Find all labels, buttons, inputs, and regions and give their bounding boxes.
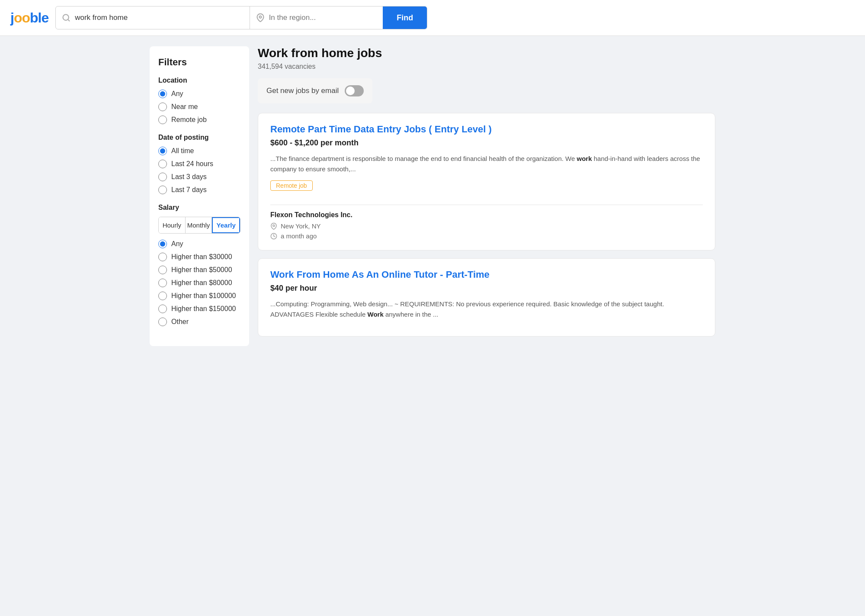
location-filter: Location Any Near me Remote job bbox=[158, 77, 240, 124]
job-desc-2: ...Computing: Programming, Web design...… bbox=[270, 299, 703, 320]
salary-50k[interactable]: Higher than $50000 bbox=[158, 266, 240, 274]
salary-100k[interactable]: Higher than $100000 bbox=[158, 292, 240, 300]
location-icon bbox=[256, 13, 265, 22]
svg-point-3 bbox=[273, 225, 275, 226]
sidebar: Filters Location Any Near me Remote job … bbox=[150, 46, 249, 346]
date-7d-radio[interactable] bbox=[158, 186, 167, 194]
location-input-wrap bbox=[250, 6, 383, 29]
location-remote-label: Remote job bbox=[171, 116, 207, 124]
salary-30k[interactable]: Higher than $30000 bbox=[158, 253, 240, 261]
salary-other[interactable]: Other bbox=[158, 318, 240, 326]
date-7d-label: Last 7 days bbox=[171, 186, 207, 194]
salary-filter: Salary Hourly Monthly Yearly Any Higher … bbox=[158, 204, 240, 326]
salary-100k-radio[interactable] bbox=[158, 292, 167, 300]
logo: jooble bbox=[10, 10, 48, 26]
location-near-radio[interactable] bbox=[158, 103, 167, 111]
clock-icon-1 bbox=[270, 233, 277, 240]
job-card-2: Work From Home As An Online Tutor - Part… bbox=[258, 258, 715, 337]
salary-100k-label: Higher than $100000 bbox=[171, 292, 236, 300]
content-area: Work from home jobs 341,594 vacancies Ge… bbox=[258, 46, 715, 346]
date-last-3d[interactable]: Last 3 days bbox=[158, 173, 240, 181]
salary-50k-label: Higher than $50000 bbox=[171, 266, 232, 274]
salary-any-label: Any bbox=[171, 240, 183, 248]
location-pin-icon-1 bbox=[270, 223, 277, 230]
date-24h-radio[interactable] bbox=[158, 160, 167, 168]
salary-tabs: Hourly Monthly Yearly bbox=[158, 217, 240, 234]
date-3d-radio[interactable] bbox=[158, 173, 167, 181]
email-alert-toggle[interactable] bbox=[345, 85, 364, 96]
date-filter: Date of posting All time Last 24 hours L… bbox=[158, 134, 240, 194]
email-alert-label: Get new jobs by email bbox=[266, 87, 339, 95]
salary-any-radio[interactable] bbox=[158, 240, 167, 248]
salary-section-title: Salary bbox=[158, 204, 240, 212]
job-posted-1: a month ago bbox=[270, 232, 703, 240]
location-input[interactable] bbox=[269, 13, 377, 22]
main-layout: Filters Location Any Near me Remote job … bbox=[143, 36, 722, 356]
salary-80k-label: Higher than $80000 bbox=[171, 279, 232, 287]
salary-50k-radio[interactable] bbox=[158, 266, 167, 274]
date-last-24h[interactable]: Last 24 hours bbox=[158, 160, 240, 168]
job-company-1: Flexon Technologies Inc. bbox=[270, 211, 703, 219]
salary-any[interactable]: Any bbox=[158, 240, 240, 248]
location-remote-radio[interactable] bbox=[158, 116, 167, 124]
job-location-text-1: New York, NY bbox=[281, 222, 321, 230]
date-all-radio[interactable] bbox=[158, 147, 167, 155]
find-button[interactable]: Find bbox=[383, 6, 427, 29]
salary-150k-label: Higher than $150000 bbox=[171, 305, 236, 313]
salary-30k-radio[interactable] bbox=[158, 253, 167, 261]
page-title: Work from home jobs bbox=[258, 46, 715, 60]
location-near-label: Near me bbox=[171, 103, 198, 111]
email-alert-box: Get new jobs by email bbox=[258, 78, 372, 103]
location-any-label: Any bbox=[171, 90, 183, 98]
svg-point-2 bbox=[259, 16, 261, 18]
location-section-title: Location bbox=[158, 77, 240, 84]
location-any[interactable]: Any bbox=[158, 90, 240, 98]
sidebar-title: Filters bbox=[158, 57, 240, 68]
job-salary-2: $40 per hour bbox=[270, 284, 703, 293]
date-last-7d[interactable]: Last 7 days bbox=[158, 186, 240, 194]
job-salary-1: $600 - $1,200 per month bbox=[270, 138, 703, 148]
job-desc-1: ...The finance department is responsible… bbox=[270, 154, 703, 174]
job-posted-text-1: a month ago bbox=[281, 232, 317, 240]
job-title-link-1[interactable]: Remote Part Time Data Entry Jobs ( Entry… bbox=[270, 124, 703, 135]
job-title-link-2[interactable]: Work From Home As An Online Tutor - Part… bbox=[270, 269, 703, 280]
salary-30k-label: Higher than $30000 bbox=[171, 253, 232, 261]
job-location-1: New York, NY bbox=[270, 222, 703, 230]
date-all-label: All time bbox=[171, 147, 194, 155]
salary-tab-hourly[interactable]: Hourly bbox=[159, 217, 186, 233]
date-3d-label: Last 3 days bbox=[171, 173, 207, 181]
salary-tab-monthly[interactable]: Monthly bbox=[186, 217, 212, 233]
date-24h-label: Last 24 hours bbox=[171, 160, 213, 168]
header: jooble work from home Find bbox=[0, 0, 865, 36]
salary-80k[interactable]: Higher than $80000 bbox=[158, 279, 240, 287]
salary-other-radio[interactable] bbox=[158, 318, 167, 326]
salary-other-label: Other bbox=[171, 318, 189, 326]
date-section-title: Date of posting bbox=[158, 134, 240, 141]
location-remote[interactable]: Remote job bbox=[158, 116, 240, 124]
job-card-1: Remote Part Time Data Entry Jobs ( Entry… bbox=[258, 113, 715, 250]
salary-150k-radio[interactable] bbox=[158, 305, 167, 313]
search-input-wrap: work from home bbox=[56, 6, 250, 29]
date-all-time[interactable]: All time bbox=[158, 147, 240, 155]
search-icon bbox=[62, 13, 70, 22]
salary-80k-radio[interactable] bbox=[158, 279, 167, 287]
search-input[interactable]: work from home bbox=[75, 13, 243, 22]
location-near-me[interactable]: Near me bbox=[158, 103, 240, 111]
vacancies-count: 341,594 vacancies bbox=[258, 63, 715, 71]
svg-line-1 bbox=[68, 19, 70, 21]
job-tag-1: Remote job bbox=[270, 180, 313, 191]
salary-150k[interactable]: Higher than $150000 bbox=[158, 305, 240, 313]
search-bar: work from home Find bbox=[55, 6, 427, 29]
job-meta-1: New York, NY a month ago bbox=[270, 222, 703, 240]
location-any-radio[interactable] bbox=[158, 90, 167, 98]
job-divider-1 bbox=[270, 205, 703, 205]
salary-tab-yearly[interactable]: Yearly bbox=[212, 217, 240, 233]
